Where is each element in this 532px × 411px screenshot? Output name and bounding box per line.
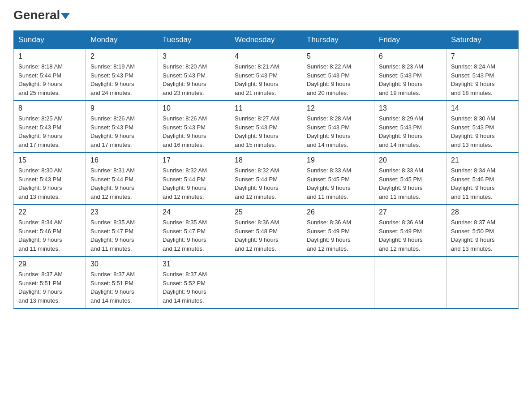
- weekday-header-thursday: Thursday: [302, 31, 374, 49]
- calendar-day-cell: 20 Sunrise: 8:33 AM Sunset: 5:45 PM Dayl…: [374, 153, 446, 205]
- day-info: Sunrise: 8:26 AM Sunset: 5:43 PM Dayligh…: [90, 114, 153, 149]
- day-info: Sunrise: 8:18 AM Sunset: 5:44 PM Dayligh…: [18, 62, 81, 97]
- calendar-day-cell: 4 Sunrise: 8:21 AM Sunset: 5:43 PM Dayli…: [230, 49, 302, 101]
- day-info: Sunrise: 8:27 AM Sunset: 5:43 PM Dayligh…: [235, 114, 297, 149]
- calendar-day-cell: 21 Sunrise: 8:34 AM Sunset: 5:46 PM Dayl…: [446, 153, 519, 205]
- day-number: 13: [379, 104, 442, 112]
- calendar-day-cell: 9 Sunrise: 8:26 AM Sunset: 5:43 PM Dayli…: [86, 101, 158, 153]
- calendar-day-cell: 11 Sunrise: 8:27 AM Sunset: 5:43 PM Dayl…: [230, 101, 302, 153]
- day-number: 5: [307, 52, 369, 60]
- day-info: Sunrise: 8:23 AM Sunset: 5:43 PM Dayligh…: [379, 62, 442, 97]
- calendar-week-row: 1 Sunrise: 8:18 AM Sunset: 5:44 PM Dayli…: [14, 49, 519, 101]
- day-info: Sunrise: 8:20 AM Sunset: 5:43 PM Dayligh…: [163, 62, 225, 97]
- day-info: Sunrise: 8:22 AM Sunset: 5:43 PM Dayligh…: [307, 62, 369, 97]
- calendar-day-cell: 12 Sunrise: 8:28 AM Sunset: 5:43 PM Dayl…: [302, 101, 374, 153]
- calendar-day-cell: 18 Sunrise: 8:32 AM Sunset: 5:44 PM Dayl…: [230, 153, 302, 205]
- page-header: General: [13, 9, 519, 22]
- calendar-day-cell: [302, 257, 374, 308]
- day-number: 9: [90, 104, 153, 112]
- day-number: 8: [18, 104, 81, 112]
- day-info: Sunrise: 8:32 AM Sunset: 5:44 PM Dayligh…: [163, 166, 225, 201]
- calendar-week-row: 15 Sunrise: 8:30 AM Sunset: 5:43 PM Dayl…: [14, 153, 519, 205]
- calendar-day-cell: 28 Sunrise: 8:37 AM Sunset: 5:50 PM Dayl…: [446, 205, 519, 257]
- day-number: 16: [90, 156, 153, 164]
- weekday-header-row: SundayMondayTuesdayWednesdayThursdayFrid…: [14, 31, 519, 49]
- calendar-day-cell: 16 Sunrise: 8:31 AM Sunset: 5:44 PM Dayl…: [86, 153, 158, 205]
- day-number: 11: [235, 104, 297, 112]
- calendar-day-cell: [446, 257, 519, 308]
- day-info: Sunrise: 8:33 AM Sunset: 5:45 PM Dayligh…: [307, 166, 369, 201]
- calendar-day-cell: 5 Sunrise: 8:22 AM Sunset: 5:43 PM Dayli…: [302, 49, 374, 101]
- day-info: Sunrise: 8:34 AM Sunset: 5:46 PM Dayligh…: [451, 166, 514, 201]
- calendar-day-cell: 13 Sunrise: 8:29 AM Sunset: 5:43 PM Dayl…: [374, 101, 446, 153]
- calendar-day-cell: 3 Sunrise: 8:20 AM Sunset: 5:43 PM Dayli…: [158, 49, 230, 101]
- day-info: Sunrise: 8:37 AM Sunset: 5:51 PM Dayligh…: [18, 270, 81, 305]
- day-info: Sunrise: 8:30 AM Sunset: 5:43 PM Dayligh…: [18, 166, 81, 201]
- day-number: 2: [90, 52, 153, 60]
- day-number: 4: [235, 52, 297, 60]
- calendar-day-cell: 17 Sunrise: 8:32 AM Sunset: 5:44 PM Dayl…: [158, 153, 230, 205]
- day-number: 12: [307, 104, 369, 112]
- day-number: 6: [379, 52, 442, 60]
- logo-general: General: [13, 8, 60, 22]
- logo: General: [13, 9, 70, 22]
- day-info: Sunrise: 8:36 AM Sunset: 5:48 PM Dayligh…: [235, 218, 297, 253]
- day-info: Sunrise: 8:28 AM Sunset: 5:43 PM Dayligh…: [307, 114, 369, 149]
- calendar-day-cell: 10 Sunrise: 8:26 AM Sunset: 5:43 PM Dayl…: [158, 101, 230, 153]
- day-number: 26: [307, 208, 369, 216]
- day-number: 21: [451, 156, 514, 164]
- day-info: Sunrise: 8:29 AM Sunset: 5:43 PM Dayligh…: [379, 114, 442, 149]
- weekday-header-friday: Friday: [374, 31, 446, 49]
- day-info: Sunrise: 8:36 AM Sunset: 5:49 PM Dayligh…: [307, 218, 369, 253]
- day-number: 31: [163, 260, 225, 268]
- day-info: Sunrise: 8:34 AM Sunset: 5:46 PM Dayligh…: [18, 218, 81, 253]
- calendar-day-cell: 24 Sunrise: 8:35 AM Sunset: 5:47 PM Dayl…: [158, 205, 230, 257]
- calendar-week-row: 22 Sunrise: 8:34 AM Sunset: 5:46 PM Dayl…: [14, 205, 519, 257]
- day-number: 28: [451, 208, 514, 216]
- day-number: 15: [18, 156, 81, 164]
- day-number: 19: [307, 156, 369, 164]
- day-info: Sunrise: 8:37 AM Sunset: 5:50 PM Dayligh…: [451, 218, 514, 253]
- day-info: Sunrise: 8:25 AM Sunset: 5:43 PM Dayligh…: [18, 114, 81, 149]
- calendar-day-cell: [374, 257, 446, 308]
- calendar-day-cell: 1 Sunrise: 8:18 AM Sunset: 5:44 PM Dayli…: [14, 49, 86, 101]
- day-info: Sunrise: 8:24 AM Sunset: 5:43 PM Dayligh…: [451, 62, 514, 97]
- calendar-day-cell: 27 Sunrise: 8:36 AM Sunset: 5:49 PM Dayl…: [374, 205, 446, 257]
- day-info: Sunrise: 8:36 AM Sunset: 5:49 PM Dayligh…: [379, 218, 442, 253]
- calendar-week-row: 29 Sunrise: 8:37 AM Sunset: 5:51 PM Dayl…: [14, 257, 519, 308]
- day-info: Sunrise: 8:35 AM Sunset: 5:47 PM Dayligh…: [90, 218, 153, 253]
- day-number: 3: [163, 52, 225, 60]
- day-number: 30: [90, 260, 153, 268]
- calendar-day-cell: 15 Sunrise: 8:30 AM Sunset: 5:43 PM Dayl…: [14, 153, 86, 205]
- day-info: Sunrise: 8:19 AM Sunset: 5:43 PM Dayligh…: [90, 62, 153, 97]
- calendar-day-cell: 8 Sunrise: 8:25 AM Sunset: 5:43 PM Dayli…: [14, 101, 86, 153]
- day-info: Sunrise: 8:37 AM Sunset: 5:51 PM Dayligh…: [90, 270, 153, 305]
- calendar-day-cell: 25 Sunrise: 8:36 AM Sunset: 5:48 PM Dayl…: [230, 205, 302, 257]
- calendar-day-cell: 7 Sunrise: 8:24 AM Sunset: 5:43 PM Dayli…: [446, 49, 519, 101]
- logo-triangle-icon: [61, 13, 70, 19]
- calendar-day-cell: 14 Sunrise: 8:30 AM Sunset: 5:43 PM Dayl…: [446, 101, 519, 153]
- calendar-week-row: 8 Sunrise: 8:25 AM Sunset: 5:43 PM Dayli…: [14, 101, 519, 153]
- calendar-day-cell: 19 Sunrise: 8:33 AM Sunset: 5:45 PM Dayl…: [302, 153, 374, 205]
- calendar-day-cell: 31 Sunrise: 8:37 AM Sunset: 5:52 PM Dayl…: [158, 257, 230, 308]
- day-info: Sunrise: 8:37 AM Sunset: 5:52 PM Dayligh…: [163, 270, 225, 305]
- day-info: Sunrise: 8:33 AM Sunset: 5:45 PM Dayligh…: [379, 166, 442, 201]
- weekday-header-sunday: Sunday: [14, 31, 86, 49]
- day-info: Sunrise: 8:30 AM Sunset: 5:43 PM Dayligh…: [451, 114, 514, 149]
- calendar-day-cell: 30 Sunrise: 8:37 AM Sunset: 5:51 PM Dayl…: [86, 257, 158, 308]
- day-number: 14: [451, 104, 514, 112]
- day-info: Sunrise: 8:26 AM Sunset: 5:43 PM Dayligh…: [163, 114, 225, 149]
- day-number: 7: [451, 52, 514, 60]
- day-number: 18: [235, 156, 297, 164]
- day-info: Sunrise: 8:35 AM Sunset: 5:47 PM Dayligh…: [163, 218, 225, 253]
- calendar-table: SundayMondayTuesdayWednesdayThursdayFrid…: [13, 30, 519, 309]
- weekday-header-monday: Monday: [86, 31, 158, 49]
- weekday-header-tuesday: Tuesday: [158, 31, 230, 49]
- calendar-day-cell: 26 Sunrise: 8:36 AM Sunset: 5:49 PM Dayl…: [302, 205, 374, 257]
- day-info: Sunrise: 8:32 AM Sunset: 5:44 PM Dayligh…: [235, 166, 297, 201]
- calendar-day-cell: 2 Sunrise: 8:19 AM Sunset: 5:43 PM Dayli…: [86, 49, 158, 101]
- calendar-day-cell: [230, 257, 302, 308]
- calendar-day-cell: 6 Sunrise: 8:23 AM Sunset: 5:43 PM Dayli…: [374, 49, 446, 101]
- day-number: 24: [163, 208, 225, 216]
- day-number: 17: [163, 156, 225, 164]
